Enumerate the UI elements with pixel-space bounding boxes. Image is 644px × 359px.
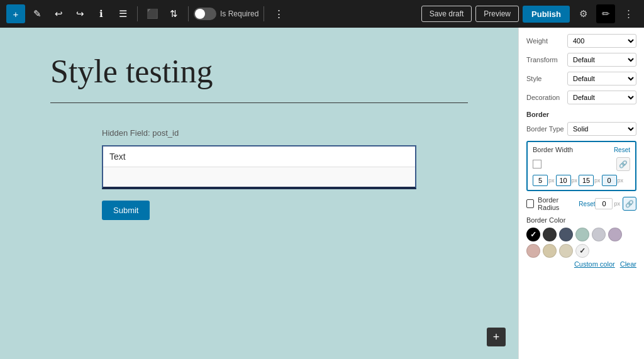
is-required-toggle[interactable]: Is Required — [194, 8, 258, 20]
gear-icon: ⚙ — [579, 8, 587, 19]
border-type-select[interactable]: Solid — [567, 122, 636, 136]
tools-button[interactable]: ✎ — [28, 4, 47, 23]
transform-select[interactable]: Default — [567, 53, 636, 67]
weight-row: Weight 400 — [526, 34, 636, 48]
submit-button[interactable]: Submit — [102, 201, 150, 220]
undo-icon: ↩ — [55, 8, 63, 19]
custom-clear-row: Custom color Clear — [526, 260, 636, 268]
save-draft-button[interactable]: Save draft — [421, 6, 472, 22]
border-top-input-group: px — [533, 175, 555, 186]
border-radius-right: px 🔗 — [595, 197, 636, 211]
weight-select[interactable]: 400 — [567, 34, 636, 48]
editor-button[interactable]: ✏ — [596, 4, 615, 23]
color-swatch-white[interactable] — [575, 244, 589, 258]
weight-label: Weight — [526, 37, 567, 45]
transform-button[interactable]: ⬛ — [143, 4, 162, 23]
border-right-input[interactable] — [556, 175, 571, 186]
color-swatch-gray[interactable] — [559, 228, 573, 241]
color-swatch-tan[interactable] — [543, 244, 557, 258]
color-swatch-dark[interactable] — [543, 228, 557, 241]
clear-color-button[interactable]: Clear — [620, 260, 636, 268]
border-width-link-button[interactable]: 🔗 — [616, 157, 630, 171]
canvas-add-button[interactable]: + — [487, 328, 506, 346]
undo-button[interactable]: ↩ — [49, 4, 68, 23]
transform-icon: ⬛ — [147, 8, 158, 19]
list-icon: ☰ — [119, 8, 127, 19]
border-left-input[interactable] — [602, 175, 617, 186]
toolbar-right: Save draft Preview Publish ⚙ ✏ ⋮ — [421, 4, 638, 23]
border-width-checkbox[interactable] — [533, 160, 541, 168]
arrows-button[interactable]: ⇅ — [164, 4, 183, 23]
info-button[interactable]: ℹ — [92, 4, 111, 23]
border-right-input-group: px — [556, 175, 578, 186]
style-label: Style — [526, 75, 567, 82]
border-bottom-input[interactable] — [579, 175, 594, 186]
toolbar-divider-2 — [188, 6, 189, 21]
main-layout: Style testing Hidden Field: post_id Subm… — [0, 28, 644, 359]
border-top-input[interactable] — [533, 175, 548, 186]
border-radius-reset[interactable]: Reset — [579, 201, 595, 207]
border-color-label: Border Color — [526, 216, 636, 224]
color-swatch-rose[interactable] — [526, 244, 540, 258]
border-radius-row: Border Radius Reset px 🔗 — [526, 196, 636, 211]
canvas-add-icon: + — [493, 331, 500, 344]
border-section-title: Border — [526, 111, 636, 118]
border-type-row: Border Type Solid — [526, 122, 636, 136]
text-input-wrapper[interactable] — [102, 145, 416, 189]
overflow-button[interactable]: ⋮ — [619, 4, 638, 23]
add-block-button[interactable]: + — [6, 4, 25, 23]
list-button[interactable]: ☰ — [113, 4, 132, 23]
corner-icon — [526, 199, 534, 208]
add-icon: + — [13, 9, 19, 19]
border-radius-unit: px — [614, 201, 620, 207]
border-radius-left: Border Radius Reset — [526, 196, 595, 211]
border-top-unit: px — [548, 177, 555, 184]
decoration-row: Decoration Default — [526, 91, 636, 104]
color-swatch-purple[interactable] — [608, 228, 622, 241]
more-icon: ⋮ — [274, 8, 284, 19]
info-icon: ℹ — [99, 8, 103, 19]
transform-label: Transform — [526, 56, 567, 64]
hidden-field-label: Hidden Field: post_id — [102, 128, 416, 138]
radius-link-icon: 🔗 — [625, 200, 634, 208]
redo-button[interactable]: ↪ — [70, 4, 89, 23]
page-title: Style testing — [50, 53, 468, 90]
border-width-header: Border Width Reset — [533, 146, 630, 153]
toolbar: + ✎ ↩ ↪ ℹ ☰ ⬛ ⇅ Is Required ⋮ Save draft… — [0, 0, 644, 28]
border-bottom-unit: px — [594, 177, 601, 184]
toggle-switch[interactable] — [194, 8, 216, 20]
border-radius-input-group: px — [595, 198, 620, 209]
redo-icon: ↪ — [76, 8, 84, 19]
decoration-select[interactable]: Default — [567, 91, 636, 104]
toggle-label: Is Required — [220, 9, 258, 18]
text-input[interactable] — [103, 146, 415, 167]
border-left-unit: px — [618, 177, 624, 184]
toolbar-divider-3 — [264, 6, 264, 21]
content-divider — [50, 102, 468, 103]
border-right-unit: px — [572, 177, 578, 184]
arrows-icon: ⇅ — [170, 8, 178, 19]
preview-button[interactable]: Preview — [475, 6, 519, 22]
pencil-icon: ✎ — [33, 8, 42, 19]
border-radius-input[interactable] — [595, 198, 613, 209]
custom-color-button[interactable]: Custom color — [574, 260, 615, 268]
border-radius-label: Border Radius — [538, 196, 575, 211]
color-swatch-teal[interactable] — [575, 228, 589, 241]
border-width-label: Border Width — [533, 146, 573, 153]
settings-button[interactable]: ⚙ — [574, 4, 592, 23]
color-swatch-light-gray[interactable] — [592, 228, 606, 241]
border-width-checkbox-row: 🔗 — [533, 157, 630, 171]
overflow-icon: ⋮ — [624, 8, 633, 19]
more-options-button[interactable]: ⋮ — [269, 4, 288, 23]
color-swatch-beige[interactable] — [559, 244, 573, 258]
right-panel: Weight 400 Transform Default Style Defau… — [518, 28, 644, 359]
border-width-reset[interactable]: Reset — [614, 146, 630, 153]
canvas-area: Style testing Hidden Field: post_id Subm… — [0, 28, 518, 359]
text-input-second-row — [103, 167, 415, 187]
publish-button[interactable]: Publish — [523, 6, 570, 23]
color-swatch-black[interactable] — [526, 228, 540, 241]
decoration-label: Decoration — [526, 94, 567, 101]
style-select[interactable]: Default — [567, 72, 636, 86]
color-swatches — [526, 228, 636, 258]
border-radius-link-button[interactable]: 🔗 — [623, 197, 636, 211]
